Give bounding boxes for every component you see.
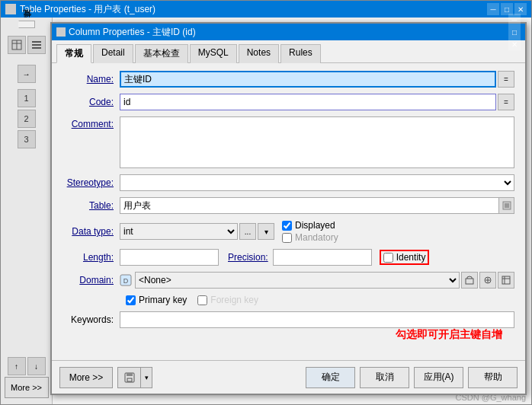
tab-notes[interactable]: Notes (239, 44, 279, 63)
svg-rect-10 (466, 279, 473, 284)
sidebar-icon-arrow-right[interactable]: → (18, 65, 36, 83)
outer-window: Table Properties - 用户表 (t_user) ─ □ ✕ 常规 (0, 0, 532, 405)
table-input[interactable] (120, 198, 498, 213)
datatype-extra-button[interactable]: ▾ (258, 223, 274, 240)
keywords-row: Keywords: (62, 311, 514, 328)
checkbox-group: Displayed Mandatory (282, 220, 338, 243)
name-input[interactable] (120, 71, 496, 88)
help-button[interactable]: 帮助 (468, 367, 518, 388)
displayed-checkbox[interactable] (282, 221, 292, 231)
sidebar-icon-row-2: → (18, 65, 36, 83)
foreign-key-checkbox[interactable] (197, 295, 207, 305)
datatype-label: Data type: (62, 226, 120, 237)
datatype-row: Data type: int ... ▾ Displayed Mandato (62, 220, 514, 243)
domain-btn-3[interactable] (498, 272, 514, 289)
sidebar-icons: → 1 2 3 (2, 36, 50, 148)
svg-rect-7 (505, 203, 509, 208)
tab-detail[interactable]: Detail (93, 44, 133, 63)
identity-checkbox[interactable] (383, 253, 393, 263)
save-button[interactable] (117, 367, 140, 388)
displayed-label: Displayed (295, 220, 335, 231)
sidebar-icon-row-1 (8, 36, 46, 54)
table-label: Table: (62, 200, 120, 211)
identity-checkbox-item: Identity (380, 250, 430, 265)
inner-titlebar: Column Properties - 主键ID (id) ─ □ ✕ (52, 24, 525, 40)
primary-key-checkbox[interactable] (126, 295, 136, 305)
sidebar-icon-number-1: 1 (18, 89, 36, 107)
precision-label: Precision: (228, 252, 268, 263)
save-dropdown-arrow[interactable]: ▾ (140, 367, 152, 388)
code-row: Code: = (62, 94, 514, 110)
mandatory-checkbox[interactable] (282, 233, 292, 243)
tab-general[interactable]: 常规 (56, 44, 91, 63)
length-input[interactable] (120, 249, 219, 266)
sidebar-icon-table[interactable] (8, 36, 26, 54)
tab-basic-check[interactable]: 基本检查 (135, 44, 188, 63)
inner-maximize-button[interactable]: □ (508, 26, 521, 38)
mandatory-label: Mandatory (295, 232, 338, 243)
sidebar-icon-row-3: 1 (18, 89, 36, 107)
code-input[interactable] (120, 94, 496, 110)
domain-select[interactable]: <None> (135, 272, 460, 289)
comment-label: Comment: (62, 116, 120, 129)
svg-rect-5 (32, 47, 41, 49)
inner-window-title: Column Properties - 主键ID (id) (69, 26, 508, 39)
domain-btn-2[interactable] (479, 272, 496, 289)
stereotype-select[interactable] (120, 174, 514, 191)
form-content: Name: = Code: = Comment: Stereoty (52, 63, 525, 342)
stereotype-row: Stereotype: (62, 174, 514, 191)
displayed-checkbox-item: Displayed (282, 220, 338, 231)
sidebar-icon-row-5: 3 (18, 130, 36, 148)
table-browse-button[interactable] (498, 198, 514, 213)
outer-win-controls: ─ □ ✕ (487, 3, 527, 15)
foreign-key-item: Foreign key (197, 295, 258, 305)
name-label: Name: (62, 74, 120, 85)
tab-rules[interactable]: Rules (280, 44, 321, 63)
datatype-select[interactable]: int (120, 223, 238, 240)
sidebar-icon-list[interactable] (27, 36, 46, 54)
code-btn[interactable]: = (498, 94, 514, 110)
svg-rect-18 (127, 373, 133, 376)
datatype-dots-button[interactable]: ... (239, 223, 256, 240)
sidebar-tab-general[interactable]: 常规 (18, 21, 35, 28)
apply-button[interactable]: 应用(A) (414, 367, 463, 388)
length-precision-row: Length: Precision: Identity (62, 249, 514, 266)
cancel-button[interactable]: 取消 (360, 367, 409, 388)
outer-window-title: Table Properties - 用户表 (t_user) (20, 3, 487, 16)
sidebar-bottom: ↑ ↓ More >> (2, 354, 50, 401)
domain-btn-1[interactable] (461, 272, 478, 289)
outer-body: 常规 → 1 (1, 18, 531, 404)
inner-window-icon (56, 27, 66, 37)
sidebar-sort-icons: ↑ ↓ (8, 357, 46, 375)
inner-close-button[interactable]: ✕ (508, 38, 521, 50)
tab-mysql[interactable]: MySQL (190, 44, 237, 63)
svg-rect-3 (32, 41, 41, 43)
primary-key-item: Primary key (126, 295, 187, 305)
domain-buttons (461, 272, 514, 289)
inner-win-controls: ─ □ ✕ (508, 14, 521, 50)
confirm-button[interactable]: 确定 (306, 367, 355, 388)
sidebar-icon-sort-up[interactable]: ↑ (8, 357, 26, 375)
name-row: Name: = (62, 71, 514, 88)
sidebar-icon-number-2: 2 (18, 110, 36, 128)
sidebar: 常规 → 1 (1, 18, 53, 404)
name-btn[interactable]: = (498, 71, 514, 88)
comment-row: Comment: (62, 116, 514, 168)
sidebar-icon-sort-down[interactable]: ↓ (27, 357, 46, 375)
comment-textarea[interactable] (120, 116, 514, 168)
outer-minimize-button[interactable]: ─ (487, 3, 499, 15)
save-dropdown: ▾ (117, 367, 152, 388)
keywords-input[interactable] (120, 311, 514, 328)
precision-input[interactable] (273, 249, 372, 266)
sidebar-icon-number-3: 3 (18, 130, 36, 148)
mandatory-checkbox-item: Mandatory (282, 232, 338, 243)
length-label: Length: (62, 252, 120, 263)
keywords-label: Keywords: (62, 314, 120, 325)
more-button[interactable]: More >> (59, 367, 113, 388)
outer-more-button[interactable]: More >> (5, 377, 49, 398)
identity-label: Identity (396, 252, 426, 263)
svg-rect-14 (502, 276, 510, 284)
inner-minimize-button[interactable]: ─ (508, 14, 521, 26)
svg-text:D: D (123, 277, 129, 285)
outer-titlebar: Table Properties - 用户表 (t_user) ─ □ ✕ (1, 1, 531, 18)
